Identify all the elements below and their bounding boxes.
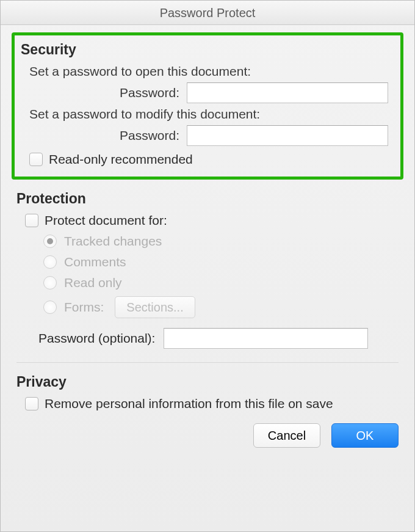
- open-password-label: Password:: [29, 86, 187, 100]
- readonly-recommended-row: Read-only recommended: [29, 152, 394, 167]
- modify-password-label: Password:: [29, 128, 187, 143]
- dialog-title: Password Protect: [1, 1, 414, 25]
- protection-heading: Protection: [16, 191, 399, 207]
- protect-document-for-label: Protect document for:: [45, 213, 167, 228]
- sections-button: Sections...: [115, 296, 195, 318]
- cancel-button[interactable]: Cancel: [253, 423, 320, 448]
- read-only-row: Read only: [43, 275, 399, 290]
- comments-row: Comments: [43, 255, 399, 269]
- comments-label: Comments: [64, 255, 126, 269]
- divider: [16, 362, 399, 363]
- dialog-content: Security Set a password to open this doc…: [1, 25, 414, 457]
- read-only-label: Read only: [64, 275, 122, 290]
- protect-document-for-row: Protect document for:: [25, 213, 399, 228]
- tracked-changes-label: Tracked changes: [64, 234, 162, 249]
- password-protect-dialog: Password Protect Security Set a password…: [0, 0, 415, 532]
- open-password-input[interactable]: [187, 82, 388, 103]
- modify-password-input[interactable]: [187, 125, 388, 146]
- privacy-heading: Privacy: [16, 374, 399, 390]
- modify-password-description: Set a password to modify this document:: [29, 107, 394, 122]
- readonly-recommended-label: Read-only recommended: [49, 152, 193, 167]
- dialog-buttons: Cancel OK: [16, 423, 399, 448]
- forms-label: Forms:: [64, 300, 104, 315]
- comments-radio: [43, 255, 57, 269]
- open-password-row: Password:: [29, 82, 394, 103]
- protect-document-for-checkbox[interactable]: [25, 214, 38, 227]
- modify-password-row: Password:: [29, 125, 394, 146]
- optional-password-input[interactable]: [164, 328, 368, 349]
- optional-password-label: Password (optional):: [38, 331, 164, 346]
- remove-personal-info-label: Remove personal information from this fi…: [45, 396, 333, 411]
- tracked-changes-radio: [43, 235, 57, 248]
- protection-radio-group: Tracked changes Comments Read only Forms…: [43, 234, 399, 318]
- security-section-highlight: Security Set a password to open this doc…: [12, 32, 403, 180]
- tracked-changes-row: Tracked changes: [43, 234, 399, 249]
- forms-radio: [43, 301, 57, 314]
- ok-button[interactable]: OK: [331, 423, 399, 448]
- readonly-recommended-checkbox[interactable]: [29, 153, 43, 166]
- open-password-description: Set a password to open this document:: [29, 64, 394, 79]
- optional-password-row: Password (optional):: [38, 328, 399, 349]
- security-heading: Security: [21, 42, 394, 58]
- forms-row: Forms: Sections...: [43, 296, 399, 318]
- remove-personal-info-checkbox[interactable]: [25, 397, 38, 410]
- read-only-radio: [43, 276, 57, 290]
- remove-personal-info-row: Remove personal information from this fi…: [25, 396, 399, 411]
